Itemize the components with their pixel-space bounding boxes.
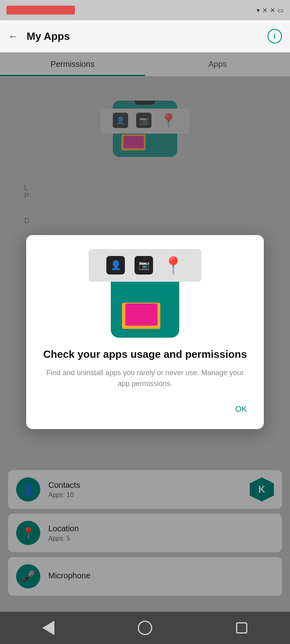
home-nav-icon: [138, 621, 152, 635]
page-title: My Apps: [27, 30, 259, 43]
dialog-illustration: 👤 📷 📍: [26, 235, 264, 340]
wifi-icon: ▾: [257, 6, 260, 14]
dialog-overlay: 👤 📷 📍 Check your apps usage and permissi…: [0, 52, 290, 612]
signal2-icon: ✕: [270, 6, 275, 14]
location-perm-icon: 📍: [163, 256, 184, 275]
navigation-bar: [0, 612, 290, 644]
back-button[interactable]: ←: [8, 30, 19, 43]
dialog: 👤 📷 📍 Check your apps usage and permissi…: [26, 235, 264, 429]
ok-button[interactable]: OK: [230, 401, 252, 417]
signal-icon: ✕: [262, 6, 267, 14]
camera-perm-icon: 📷: [135, 256, 153, 275]
status-icons: ▾ ✕ ✕ ▭: [257, 6, 284, 14]
dialog-title: Check your apps usage and permissions: [26, 340, 264, 368]
back-nav-icon: [42, 621, 54, 635]
nav-home-button[interactable]: [135, 618, 155, 638]
nav-recent-button[interactable]: [232, 618, 252, 638]
recent-nav-icon: [236, 622, 247, 634]
redacted-label: [6, 6, 75, 14]
contacts-perm-icon: 👤: [106, 256, 125, 275]
permission-icons-row: 👤 📷 📍: [89, 249, 201, 282]
dialog-actions: OK: [26, 401, 264, 417]
nav-back-button[interactable]: [38, 618, 58, 638]
dialog-description: Find and uninstall apps you rarely or ne…: [26, 367, 264, 401]
battery-icon: ▭: [278, 6, 284, 14]
status-bar: ▾ ✕ ✕ ▭: [0, 0, 290, 20]
header: ← My Apps i: [0, 20, 290, 52]
info-button[interactable]: i: [267, 29, 282, 43]
